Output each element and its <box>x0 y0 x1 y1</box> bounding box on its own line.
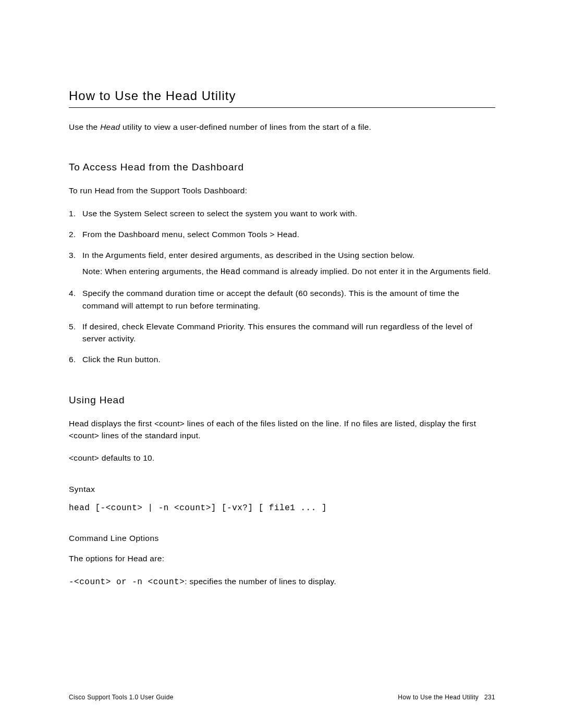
intro-post: utility to view a user-defined number of… <box>120 122 371 131</box>
step-6: Click the Run button. <box>69 353 495 365</box>
step-4: Specify the command duration time or acc… <box>69 287 495 312</box>
option-1: -<count> or -n <count>: specifies the nu… <box>69 575 495 588</box>
option-1-mono: -<count> or -n <count> <box>69 577 185 587</box>
page-footer: Cisco Support Tools 1.0 User Guide How t… <box>69 694 495 701</box>
footer-right-title: How to Use the Head Utility <box>398 694 479 701</box>
step-3-text: In the Arguments field, enter desired ar… <box>82 251 415 260</box>
step-3: In the Arguments field, enter desired ar… <box>69 249 495 278</box>
access-steps-list: Use the System Select screen to select t… <box>69 207 495 366</box>
page-content: How to Use the Head Utility Use the Head… <box>0 0 563 588</box>
using-para2: <count> defaults to 10. <box>69 452 495 464</box>
intro-paragraph: Use the Head utility to view a user-defi… <box>69 121 495 133</box>
note-post: command is already implied. Do not enter… <box>240 267 491 276</box>
syntax-line: head [-<count> | -n <count>] [-vx?] [ fi… <box>69 503 495 513</box>
step-1: Use the System Select screen to select t… <box>69 207 495 219</box>
access-intro: To run Head from the Support Tools Dashb… <box>69 184 495 196</box>
step-5: If desired, check Elevate Command Priori… <box>69 320 495 345</box>
using-heading: Using Head <box>69 394 495 406</box>
footer-left: Cisco Support Tools 1.0 User Guide <box>69 694 174 701</box>
note-mono: Head <box>221 267 240 277</box>
access-heading: To Access Head from the Dashboard <box>69 162 495 173</box>
option-1-post: : specifies the number of lines to displ… <box>185 577 336 586</box>
options-intro: The options for Head are: <box>69 552 495 564</box>
using-para1: Head displays the first <count> lines of… <box>69 417 495 442</box>
page-title: How to Use the Head Utility <box>69 89 495 108</box>
step-3-note: Note: When entering arguments, the Head … <box>82 265 495 278</box>
options-heading: Command Line Options <box>69 534 495 543</box>
footer-page-number: 231 <box>484 694 495 701</box>
intro-pre: Use the <box>69 122 100 131</box>
footer-right: How to Use the Head Utility 231 <box>398 694 495 701</box>
note-pre: Note: When entering arguments, the <box>82 267 221 276</box>
syntax-heading: Syntax <box>69 485 495 494</box>
intro-italic: Head <box>100 122 120 131</box>
step-2: From the Dashboard menu, select Common T… <box>69 228 495 240</box>
